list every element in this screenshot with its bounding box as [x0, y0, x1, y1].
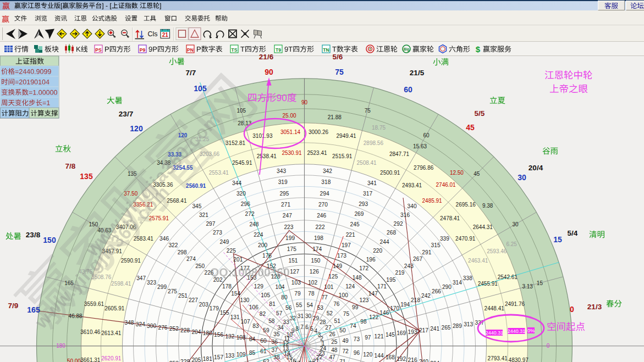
svg-text:133: 133 — [225, 353, 234, 359]
svg-text:6: 6 — [305, 324, 309, 330]
svg-text:123: 123 — [360, 297, 369, 303]
svg-text:3051.14: 3051.14 — [280, 129, 301, 135]
svg-text:251: 251 — [178, 293, 188, 299]
svg-text:173: 173 — [337, 253, 346, 259]
svg-text:62: 62 — [263, 359, 269, 362]
svg-text:125: 125 — [328, 274, 338, 280]
svg-text:109: 109 — [236, 352, 246, 358]
svg-text:60: 60 — [423, 132, 430, 138]
svg-text:12.50: 12.50 — [450, 170, 464, 176]
svg-text:340: 340 — [408, 203, 417, 209]
svg-text:105: 105 — [261, 292, 270, 298]
svg-text:120: 120 — [363, 352, 372, 358]
svg-text:150: 150 — [43, 236, 56, 244]
svg-text:273: 273 — [213, 230, 222, 236]
svg-text:271: 271 — [281, 202, 290, 208]
svg-text:296: 296 — [241, 201, 250, 207]
svg-text:195: 195 — [386, 277, 395, 283]
svg-text:124: 124 — [345, 283, 355, 289]
svg-text:343: 343 — [277, 168, 286, 174]
svg-text:2500.91: 2500.91 — [380, 170, 400, 176]
svg-text:2695.16: 2695.16 — [456, 202, 476, 208]
svg-text:170: 170 — [390, 305, 399, 311]
svg-text:29: 29 — [313, 315, 320, 321]
svg-text:25.00: 25.00 — [282, 113, 296, 119]
svg-text:192: 192 — [397, 356, 406, 362]
svg-text:3101.93: 3101.93 — [252, 133, 273, 139]
svg-text:15: 15 — [537, 280, 543, 286]
svg-text:3610.46: 3610.46 — [80, 329, 101, 335]
svg-text:37: 37 — [272, 347, 278, 353]
svg-text:169: 169 — [397, 330, 406, 336]
svg-text:268: 268 — [387, 230, 396, 236]
svg-text:38: 38 — [273, 354, 280, 360]
svg-text:53: 53 — [317, 305, 324, 311]
svg-text:315: 315 — [431, 242, 441, 248]
svg-text:2620.91: 2620.91 — [101, 355, 122, 361]
svg-text:2491.76: 2491.76 — [505, 301, 525, 307]
svg-text:49: 49 — [342, 338, 349, 344]
svg-text:2463.41: 2463.41 — [468, 258, 488, 264]
svg-text:21/3: 21/3 — [587, 303, 602, 311]
svg-text:252: 252 — [169, 326, 179, 332]
svg-text:121: 121 — [375, 333, 384, 339]
svg-text:270: 270 — [318, 202, 328, 208]
svg-text:TN: TN — [323, 47, 329, 53]
svg-text:55: 55 — [296, 302, 302, 308]
svg-text:33: 33 — [283, 319, 290, 325]
svg-text:339: 339 — [440, 236, 449, 242]
svg-text:225: 225 — [227, 248, 236, 254]
svg-text:295: 295 — [279, 191, 289, 197]
svg-text:84: 84 — [249, 336, 256, 342]
svg-text:2593.46: 2593.46 — [487, 248, 507, 254]
svg-text:204: 204 — [191, 329, 201, 335]
svg-text:2793.41: 2793.41 — [488, 355, 508, 361]
svg-text:3.13: 3.13 — [522, 283, 533, 289]
svg-text:45: 45 — [466, 123, 475, 132]
svg-text:20/4: 20/4 — [529, 164, 543, 172]
svg-text:196: 196 — [366, 257, 376, 263]
svg-text:Cls: Cls — [147, 30, 157, 38]
svg-text:219: 219 — [395, 270, 405, 276]
svg-text:3559.61: 3559.61 — [84, 301, 104, 307]
svg-text:58: 58 — [268, 318, 275, 324]
svg-text:7/9: 7/9 — [8, 302, 19, 310]
svg-text:245: 245 — [350, 221, 360, 227]
svg-text:48: 48 — [331, 347, 338, 353]
svg-text:30: 30 — [513, 221, 519, 227]
svg-text:344: 344 — [232, 180, 241, 186]
svg-text:0: 0 — [547, 343, 550, 349]
svg-text:0: 0 — [570, 305, 574, 314]
svg-text:2545.91: 2545.91 — [232, 160, 252, 166]
svg-text:46.88: 46.88 — [69, 313, 82, 319]
svg-text:74: 74 — [350, 323, 356, 329]
svg-text:23/8: 23/8 — [26, 231, 41, 239]
svg-text:102: 102 — [308, 280, 317, 286]
svg-text:324: 324 — [136, 321, 145, 327]
svg-text:180: 180 — [56, 343, 65, 349]
svg-text:299: 299 — [157, 284, 167, 290]
svg-text:103: 103 — [291, 280, 301, 286]
svg-text:194: 194 — [400, 302, 410, 308]
svg-text:21/6: 21/6 — [259, 53, 274, 61]
svg-text:2746.01: 2746.01 — [436, 182, 456, 188]
svg-text:75: 75 — [343, 311, 350, 317]
svg-text:57: 57 — [276, 310, 283, 316]
svg-text:24: 24 — [320, 346, 327, 352]
svg-text:317: 317 — [363, 191, 372, 197]
svg-text:320: 320 — [236, 191, 246, 197]
svg-text:266: 266 — [432, 288, 441, 294]
svg-text:145: 145 — [386, 332, 395, 338]
svg-text:56: 56 — [285, 305, 292, 311]
svg-text:T9: T9 — [276, 47, 281, 53]
svg-text:314: 314 — [453, 280, 462, 286]
svg-text:200: 200 — [258, 242, 267, 248]
svg-text:178: 178 — [222, 283, 232, 289]
svg-text:346: 346 — [159, 236, 169, 242]
svg-text:45: 45 — [474, 171, 480, 177]
svg-text:3: 3 — [318, 332, 321, 338]
svg-text:316: 316 — [400, 212, 410, 218]
svg-text:107: 107 — [241, 319, 250, 325]
svg-text:97: 97 — [365, 335, 371, 341]
svg-text:2605.91: 2605.91 — [104, 305, 125, 311]
